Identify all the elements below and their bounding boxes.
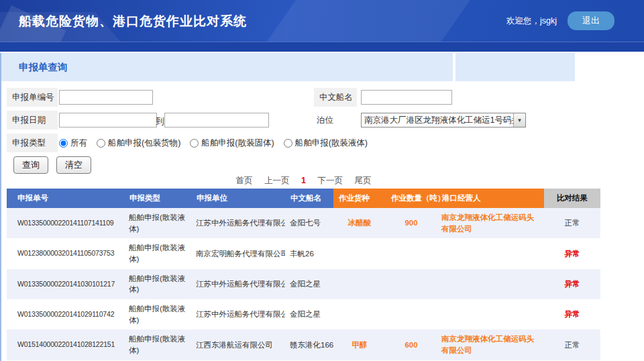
form-buttons: 查询 清空 xyxy=(13,156,91,174)
declaration-no-input[interactable] xyxy=(59,90,153,105)
header-ship-name: 中文船名 xyxy=(285,189,333,208)
query-button[interactable]: 查询 xyxy=(13,156,48,174)
cell-cargo xyxy=(333,238,386,268)
cell-agent: 江苏中外运船务代理有限公司 xyxy=(191,269,285,299)
page-prev-link[interactable]: 上一页 xyxy=(264,176,290,185)
section-bar-segment: 申报单查询 xyxy=(1,53,453,81)
cell-type: 船舶申报(散装液体) xyxy=(124,329,191,360)
cell-ship: 丰帆26 xyxy=(285,238,333,268)
table-row: W013350000220141029110742船舶申报(散装液体)江苏中外运… xyxy=(7,299,600,329)
berth-selected-value: 南京港大厂港区龙翔液体化工储运1号码头 xyxy=(362,115,513,126)
page-next-link[interactable]: 下一页 xyxy=(317,176,343,185)
radio-declare-type-1[interactable]: 船舶申报(包装货物) xyxy=(97,138,180,149)
cell-qty xyxy=(386,269,437,299)
date-to-input[interactable] xyxy=(164,113,269,127)
cell-qty: 600 xyxy=(386,329,437,360)
query-form: 申报单编号 中文船名 申报日期 到 泊位 南京港大厂港区龙翔液体化工储运1号码头… xyxy=(1,81,644,172)
declare-date-label: 申报日期 xyxy=(7,111,58,130)
app-header: 船载危险货物、港口危货作业比对系统 欢迎您，jsgkj 退出 xyxy=(0,0,644,42)
table-row: W013350000220141107141109船舶申报(散装液体)江苏中外运… xyxy=(7,208,600,238)
cell-result: 正常 xyxy=(544,208,600,238)
radio-input[interactable] xyxy=(97,139,105,148)
header-strip xyxy=(0,42,644,52)
table-header-row: 申报单号 申报类型 申报单位 中文船名 作业货种 作业数量（吨） 港口经营人 比… xyxy=(7,189,600,208)
chevron-down-icon[interactable]: ▼ xyxy=(513,113,525,127)
header-user-area: 欢迎您，jsgkj 退出 xyxy=(506,11,614,30)
header-declaration-no: 申报单号 xyxy=(7,189,124,208)
radio-label: 船舶申报(散装液体) xyxy=(295,138,368,149)
header-port-operator: 港口经营人 xyxy=(437,189,544,208)
cell-result: 异常 xyxy=(544,269,600,299)
declare-type-options: 所有船舶申报(包装货物)船舶申报(散装固体)船舶申报(散装液体) xyxy=(59,134,368,152)
section-bar-segment xyxy=(455,53,575,81)
radio-label: 船舶申报(包装货物) xyxy=(108,138,180,149)
cell-ship: 金阳七号 xyxy=(285,208,333,238)
cell-no: W015140000220141028122151 xyxy=(7,329,124,360)
header-declare-type: 申报类型 xyxy=(124,189,191,208)
pagination-top: 首页 上一页 1 下一页 尾页 xyxy=(7,175,600,187)
date-from-input[interactable] xyxy=(59,113,157,127)
ship-name-label: 中文船名 xyxy=(314,88,357,107)
header-cargo-qty: 作业数量（吨） xyxy=(386,189,437,208)
welcome-text: 欢迎您，jsgkj xyxy=(506,15,557,27)
cell-ship: 金阳之星 xyxy=(285,269,333,299)
app-title: 船载危险货物、港口危货作业比对系统 xyxy=(19,13,247,30)
content-area: 申报单查询 申报单编号 中文船名 申报日期 到 泊位 南京港大厂港区龙翔液体化工… xyxy=(0,53,644,361)
section-bar: 申报单查询 xyxy=(1,53,644,81)
table-row: W013350000220141030101217船舶申报(散装液体)江苏中外运… xyxy=(7,269,600,299)
radio-label: 所有 xyxy=(70,138,87,149)
cell-type: 船舶申报(散装液体) xyxy=(124,269,191,299)
page-last-link[interactable]: 尾页 xyxy=(354,176,371,185)
declaration-no-label: 申报单编号 xyxy=(7,88,58,107)
radio-declare-type-0[interactable]: 所有 xyxy=(59,138,87,149)
radio-declare-type-2[interactable]: 船舶申报(散装固体) xyxy=(190,138,274,149)
header-cargo-type: 作业货种 xyxy=(333,189,386,208)
cell-qty xyxy=(386,238,437,268)
radio-input[interactable] xyxy=(59,139,68,148)
page-title: 申报单查询 xyxy=(19,61,68,74)
cell-no: W012380000320141105073753 xyxy=(7,238,124,268)
page: 船载危险货物、港口危货作业比对系统 欢迎您，jsgkj 退出 申报单查询 申报单… xyxy=(0,0,644,361)
cell-qty: 900 xyxy=(386,208,437,238)
date-to-text: 到 xyxy=(156,116,164,127)
radio-label: 船舶申报(散装固体) xyxy=(201,138,274,149)
cell-result: 异常 xyxy=(544,299,600,329)
cell-no: W013350000220141029110742 xyxy=(7,299,124,329)
radio-declare-type-3[interactable]: 船舶申报(散装液体) xyxy=(284,138,368,149)
cell-qty xyxy=(386,299,437,329)
table-row: W015140000220141028122151船舶申报(散装液体)江西东港航… xyxy=(7,329,600,360)
cell-operator xyxy=(437,299,544,329)
table-row: W012380000320141105073753船舶申报(散装液体)南京宏明船… xyxy=(7,238,600,268)
header-compare-result: 比对结果 xyxy=(544,189,600,208)
radio-input[interactable] xyxy=(190,139,199,148)
cell-cargo xyxy=(333,299,386,329)
header-decoration xyxy=(254,0,484,42)
header-declare-unit: 申报单位 xyxy=(191,189,285,208)
cell-no: W013350000220141107141109 xyxy=(7,208,124,238)
cell-ship: 赣东港化166 xyxy=(285,329,333,360)
cell-type: 船舶申报(散装液体) xyxy=(124,299,191,329)
berth-label: 泊位 xyxy=(317,111,333,130)
cell-operator: 南京龙翔液体化工储运码头有限公司 xyxy=(437,208,544,238)
cell-type: 船舶申报(散装液体) xyxy=(124,208,191,238)
cell-operator xyxy=(437,269,544,299)
result-table: 申报单号 申报类型 申报单位 中文船名 作业货种 作业数量（吨） 港口经营人 比… xyxy=(7,189,600,360)
cell-agent: 江西东港航运有限公司 xyxy=(191,329,285,360)
cell-ship: 金阳之星 xyxy=(285,299,333,329)
logout-button[interactable]: 退出 xyxy=(568,11,614,30)
cell-result: 正常 xyxy=(544,329,600,360)
berth-select[interactable]: 南京港大厂港区龙翔液体化工储运1号码头 ▼ xyxy=(361,113,526,127)
clear-button[interactable]: 清空 xyxy=(56,156,91,174)
ship-name-input[interactable] xyxy=(361,90,452,105)
page-first-link[interactable]: 首页 xyxy=(236,176,253,185)
cell-cargo: 冰醋酸 xyxy=(333,208,386,238)
cell-agent: 江苏中外运船务代理有限公司 xyxy=(191,299,285,329)
cell-type: 船舶申报(散装液体) xyxy=(124,238,191,268)
cell-agent: 江苏中外运船务代理有限公司 xyxy=(191,208,285,238)
declare-type-label: 申报类型 xyxy=(7,134,58,152)
radio-input[interactable] xyxy=(284,139,292,148)
cell-cargo: 甲醇 xyxy=(333,329,386,360)
page-current: 1 xyxy=(301,176,306,185)
cell-no: W013350000220141030101217 xyxy=(7,269,124,299)
cell-cargo xyxy=(333,269,386,299)
